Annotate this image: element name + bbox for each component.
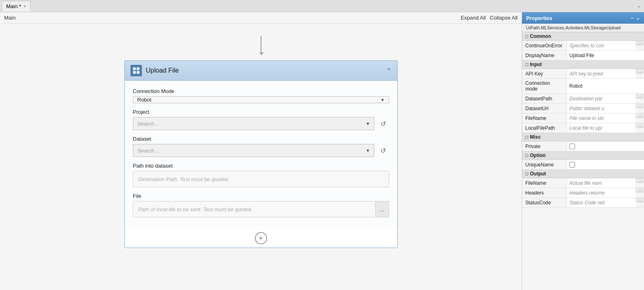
activity-title: Upload File [146,67,179,74]
prop-api-key: API Key API key to pred … [522,69,644,79]
prop-dataset-url-btn[interactable]: … [636,104,644,108]
file-browse-button[interactable]: ... [375,201,389,217]
prop-local-file-path-name: LocalFilePath [522,123,567,133]
section-input-toggle: □ [525,62,528,67]
add-button-row: + [125,226,397,248]
prop-unique-name-label: UniqueName [522,160,567,169]
connection-mode-select[interactable]: Robot [133,96,389,103]
section-option-label: Option [530,153,546,158]
svg-rect-3 [137,71,139,74]
prop-file-name-input: FileName File name in sto … [522,113,644,123]
dataset-search-input[interactable] [133,144,374,157]
prop-private: Private [522,142,644,151]
prop-status-code: StatusCode Status Code reti … [522,198,644,208]
prop-headers-name: Headers [522,188,567,197]
prop-status-code-value[interactable]: Status Code reti [567,198,636,207]
main-tab[interactable]: Main * × [2,1,31,11]
prop-private-value[interactable] [567,142,644,151]
flow-arrow [261,36,261,52]
prop-private-checkbox[interactable] [569,144,575,149]
connection-mode-dropdown-wrapper[interactable]: Robot ▼ [133,96,389,103]
prop-dataset-path-value[interactable]: Destination pat [567,94,636,103]
section-output-toggle: □ [525,171,528,177]
project-refresh-button[interactable]: ↺ [378,118,389,129]
prop-headers-btn[interactable]: … [636,188,644,193]
tab-close-icon[interactable]: × [24,4,26,9]
dataset-dropdown-row: ▼ ↺ [133,144,389,157]
prop-file-name-output-btn[interactable]: … [636,178,644,183]
project-dropdown-row: ▼ ↺ [133,117,389,130]
path-input[interactable] [133,171,389,187]
properties-collapse-button[interactable]: − [631,15,633,21]
prop-display-name-value[interactable]: Upload File [567,51,644,60]
prop-unique-name: UniqueName [522,160,644,170]
prop-status-code-name: StatusCode [522,198,567,207]
prop-private-name: Private [522,142,567,151]
prop-api-key-value[interactable]: API key to pred [567,69,636,78]
prop-dataset-url: DatasetUrl Public dataset u … [522,104,644,113]
tab-label: Main * [6,3,21,9]
prop-api-key-name: API Key [522,69,567,78]
prop-api-key-btn[interactable]: … [636,69,644,74]
canvas-area: Main Expand All Collapse All [0,12,522,290]
section-misc-toggle: □ [525,134,528,140]
add-activity-button[interactable]: + [255,232,267,244]
path-label: Path into dataset [133,163,389,169]
connection-mode-label: Connection Mode [133,88,389,94]
section-misc-label: Misc [530,134,541,140]
dataset-search-wrapper[interactable]: ▼ [133,144,374,157]
file-group: File ... [133,193,389,217]
prop-display-name-label: DisplayName [522,51,567,60]
dataset-refresh-button[interactable]: ↺ [378,145,389,156]
prop-headers-value[interactable]: Headers returne [567,188,636,197]
section-option[interactable]: □ Option [522,151,644,160]
prop-file-name-output-name: FileName [522,178,567,188]
prop-unique-name-checkbox[interactable] [569,162,575,168]
prop-headers: Headers Headers returne … [522,188,644,198]
expand-all-button[interactable]: Expand All [461,15,486,21]
svg-rect-0 [133,67,136,70]
project-group: Project ▼ ↺ [133,109,389,130]
activity-icon [131,65,142,76]
main-area: Main Expand All Collapse All [0,12,644,290]
properties-dropdown-button[interactable]: ⌄ [636,15,640,21]
prop-file-name-output-value[interactable]: Actual file nam [567,178,636,188]
prop-file-name-input-btn[interactable]: … [636,113,644,118]
section-input[interactable]: □ Input [522,60,644,69]
prop-local-file-path-btn[interactable]: … [636,123,644,128]
section-option-toggle: □ [525,153,528,158]
project-search-input[interactable] [133,117,374,130]
tab-dropdown-icon[interactable]: ⌄ [637,3,641,9]
properties-header: Properties − ⌄ [522,12,644,24]
activity-collapse-button[interactable]: ⌃ [386,67,392,75]
dataset-label: Dataset [133,136,389,142]
section-common[interactable]: □ Common [522,32,644,41]
collapse-all-button[interactable]: Collapse All [490,15,518,21]
section-misc[interactable]: □ Misc [522,133,644,142]
activity-header: Upload File ⌃ [125,61,397,81]
add-icon: + [259,234,263,243]
svg-rect-2 [133,71,136,74]
prop-status-code-btn[interactable]: … [636,198,644,203]
prop-file-name-input-value[interactable]: File name in sto [567,113,636,123]
properties-body: □ Common ContinueOnError Specifies to co… [522,32,644,290]
prop-local-file-path-value[interactable]: Local file to upl [567,123,636,133]
activity-header-left: Upload File [131,65,179,76]
activity-body: Connection Mode Robot ▼ Project [125,81,397,226]
prop-dataset-url-value[interactable]: Public dataset u [567,104,636,113]
prop-unique-name-value[interactable] [567,160,644,169]
prop-connection-mode-value[interactable]: Robot [567,79,644,93]
section-output[interactable]: □ Output [522,170,644,178]
connection-mode-group: Connection Mode Robot ▼ [133,88,389,103]
file-row: ... [133,201,389,217]
prop-continue-on-error-value[interactable]: Specifies to con [567,41,636,50]
path-group: Path into dataset [133,163,389,187]
file-input[interactable] [133,201,375,217]
prop-continue-on-error-btn[interactable]: … [636,41,644,46]
prop-dataset-path-name: DatasetPath [522,94,567,103]
prop-dataset-path-btn[interactable]: … [636,94,644,99]
properties-header-controls: − ⌄ [631,15,640,21]
project-search-wrapper[interactable]: ▼ [133,117,374,130]
properties-subtitle: UiPath.MLServices.Activities.MLStorageUp… [522,24,644,32]
section-input-label: Input [530,62,542,67]
